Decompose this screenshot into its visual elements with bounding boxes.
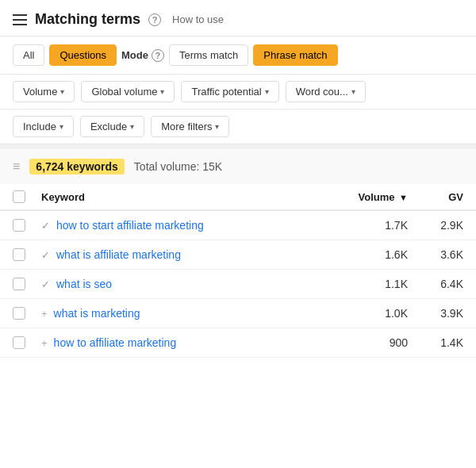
gv-cell-3: 3.9K xyxy=(408,307,463,320)
mode-label: Mode ? xyxy=(121,49,164,62)
row-icon-2: ✓ xyxy=(41,278,50,290)
keywords-table: Keyword Volume ▼ GV ✓ how to start affil… xyxy=(0,184,476,358)
row-checkbox-1[interactable] xyxy=(13,248,41,261)
include-exclude-filters-row: Include ▾ Exclude ▾ More filters ▾ xyxy=(0,109,476,144)
word-count-chevron-icon: ▾ xyxy=(351,87,355,96)
table-rows-container: ✓ how to start affiliate marketing 1.7K … xyxy=(0,211,476,358)
gv-cell-2: 6.4K xyxy=(408,278,463,290)
all-button[interactable]: All xyxy=(13,44,44,66)
summary-row: ≡ 6,724 keywords Total volume: 15K xyxy=(0,149,476,184)
row-icon-3: + xyxy=(41,308,48,320)
word-count-filter-button[interactable]: Word cou... ▾ xyxy=(286,81,366,102)
volume-chevron-icon: ▾ xyxy=(60,87,64,96)
row-checkbox-0[interactable] xyxy=(13,219,41,232)
more-filters-button[interactable]: More filters ▾ xyxy=(151,116,229,137)
keyword-cell-1: ✓ what is affiliate marketing xyxy=(41,248,344,261)
keyword-link-3[interactable]: what is marketing xyxy=(54,307,140,320)
keyword-cell-3: + what is marketing xyxy=(41,307,344,320)
global-volume-chevron-icon: ▾ xyxy=(160,87,164,96)
terms-match-button[interactable]: Terms match xyxy=(169,44,248,66)
table-row: + how to affiliate marketing 900 1.4K xyxy=(0,328,476,358)
traffic-potential-filter-button[interactable]: Traffic potential ▾ xyxy=(181,81,278,102)
keyword-cell-4: + how to affiliate marketing xyxy=(41,336,344,349)
volume-filter-button[interactable]: Volume ▾ xyxy=(13,81,75,102)
keyword-link-1[interactable]: what is affiliate marketing xyxy=(56,248,181,261)
page-header: Matching terms ? How to use xyxy=(0,0,476,36)
total-volume-label: Total volume: 15K xyxy=(134,160,222,173)
column-filters-row: Volume ▾ Global volume ▾ Traffic potenti… xyxy=(0,75,476,109)
select-all-checkbox[interactable] xyxy=(13,190,25,203)
page-title: Matching terms xyxy=(35,11,140,28)
questions-button[interactable]: Questions xyxy=(49,44,117,66)
table-row: ✓ what is seo 1.1K 6.4K xyxy=(0,270,476,299)
mode-toolbar: All Questions Mode ? Terms match Phrase … xyxy=(0,36,476,75)
volume-cell-3: 1.0K xyxy=(344,307,408,320)
table-header: Keyword Volume ▼ GV xyxy=(0,184,476,211)
drag-icon[interactable]: ≡ xyxy=(13,159,20,174)
volume-cell-4: 900 xyxy=(344,336,408,349)
row-icon-1: ✓ xyxy=(41,249,50,261)
phrase-match-button[interactable]: Phrase match xyxy=(253,44,337,66)
keyword-column-header: Keyword xyxy=(41,191,344,203)
exclude-filter-button[interactable]: Exclude ▾ xyxy=(80,116,144,137)
more-filters-chevron-icon: ▾ xyxy=(215,122,219,131)
keyword-link-2[interactable]: what is seo xyxy=(56,278,112,290)
exclude-chevron-icon: ▾ xyxy=(130,122,134,131)
row-icon-0: ✓ xyxy=(41,220,50,232)
volume-column-header: Volume ▼ xyxy=(344,191,408,203)
row-checkbox-4[interactable] xyxy=(13,336,41,349)
table-row: ✓ what is affiliate marketing 1.6K 3.6K xyxy=(0,240,476,270)
global-volume-filter-button[interactable]: Global volume ▾ xyxy=(81,81,175,102)
table-row: ✓ how to start affiliate marketing 1.7K … xyxy=(0,211,476,240)
hamburger-icon[interactable] xyxy=(13,14,27,25)
volume-cell-2: 1.1K xyxy=(344,278,408,290)
row-checkbox-2[interactable] xyxy=(13,278,41,290)
help-icon[interactable]: ? xyxy=(148,13,161,26)
gv-column-header: GV xyxy=(408,191,463,203)
table-row: + what is marketing 1.0K 3.9K xyxy=(0,299,476,328)
keyword-link-4[interactable]: how to affiliate marketing xyxy=(54,336,177,349)
include-chevron-icon: ▾ xyxy=(60,122,63,131)
keyword-cell-0: ✓ how to start affiliate marketing xyxy=(41,219,344,232)
gv-cell-4: 1.4K xyxy=(408,336,463,349)
gv-cell-1: 3.6K xyxy=(408,248,463,261)
include-filter-button[interactable]: Include ▾ xyxy=(13,116,74,137)
keywords-count-badge: 6,724 keywords xyxy=(29,159,125,175)
row-checkbox-3[interactable] xyxy=(13,307,41,320)
volume-cell-1: 1.6K xyxy=(344,248,408,261)
keyword-link-0[interactable]: how to start affiliate marketing xyxy=(56,219,204,232)
volume-cell-0: 1.7K xyxy=(344,219,408,232)
volume-sort-icon: ▼ xyxy=(399,193,408,202)
row-icon-4: + xyxy=(41,337,48,349)
mode-help-icon[interactable]: ? xyxy=(152,49,164,62)
gv-cell-0: 2.9K xyxy=(408,219,463,232)
how-to-use-link[interactable]: How to use xyxy=(172,13,224,25)
keyword-cell-2: ✓ what is seo xyxy=(41,278,344,290)
traffic-chevron-icon: ▾ xyxy=(265,87,269,96)
